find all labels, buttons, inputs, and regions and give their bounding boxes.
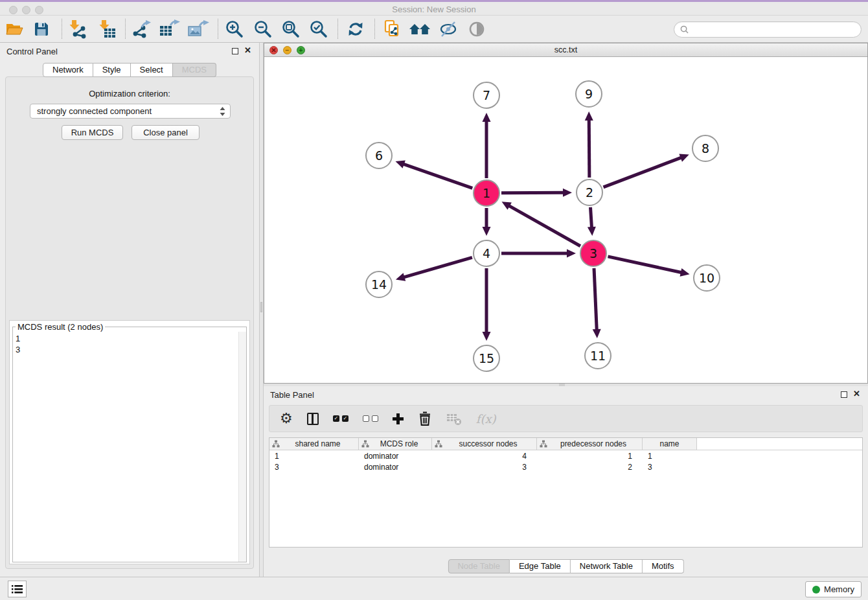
cell-successor-nodes[interactable]: 4 bbox=[432, 452, 537, 461]
save-session-icon[interactable] bbox=[30, 19, 52, 40]
vertical-splitter[interactable] bbox=[259, 43, 264, 577]
tab-node-table[interactable]: Node Table bbox=[448, 559, 510, 573]
control-panel: Control Panel ✕ NetworkStyleSelectMCDS O… bbox=[0, 43, 259, 577]
graph-node-10[interactable]: 10 bbox=[693, 264, 720, 292]
tab-network-table[interactable]: Network Table bbox=[571, 559, 643, 573]
table-row[interactable]: 1dominator411 bbox=[269, 450, 862, 461]
tab-select[interactable]: Select bbox=[131, 63, 173, 77]
export-image-icon[interactable] bbox=[187, 19, 209, 40]
import-network-icon[interactable] bbox=[66, 19, 88, 40]
graph-node-7[interactable]: 7 bbox=[473, 82, 500, 109]
deselect-all-icon[interactable] bbox=[363, 409, 378, 428]
column-header-MCDS-role[interactable]: MCDS role bbox=[359, 438, 432, 450]
cell-successor-nodes[interactable]: 3 bbox=[432, 463, 537, 472]
tab-motifs[interactable]: Motifs bbox=[643, 559, 684, 573]
graph-edge-4-14[interactable] bbox=[403, 257, 472, 277]
mcds-result-list[interactable]: 13 bbox=[16, 333, 246, 355]
add-icon[interactable] bbox=[393, 409, 404, 428]
select-all-icon[interactable]: ✓✓ bbox=[333, 409, 348, 428]
cell-shared-name[interactable]: 3 bbox=[269, 463, 359, 472]
tab-style[interactable]: Style bbox=[93, 63, 131, 77]
graph-node-11[interactable]: 11 bbox=[584, 342, 611, 369]
column-header-successor-nodes[interactable]: successor nodes bbox=[432, 438, 537, 450]
homes-icon[interactable] bbox=[409, 19, 431, 40]
columns-icon[interactable] bbox=[307, 409, 319, 428]
graph-edge-2-3[interactable] bbox=[590, 207, 591, 228]
export-network-icon[interactable] bbox=[130, 19, 152, 40]
network-window-titlebar[interactable]: ✕ − + scc.txt bbox=[264, 43, 867, 57]
refresh-icon[interactable] bbox=[345, 19, 367, 40]
optimization-select[interactable]: strongly connected component bbox=[30, 104, 231, 119]
cell-shared-name[interactable]: 1 bbox=[269, 452, 359, 461]
splitter-grabber[interactable] bbox=[260, 302, 262, 312]
graph-edge-3-1[interactable] bbox=[508, 205, 580, 246]
network-canvas[interactable]: 7968124314101511 bbox=[264, 57, 867, 383]
network-title: scc.txt bbox=[264, 45, 867, 54]
result-scrollbar[interactable] bbox=[238, 332, 246, 562]
network-edges[interactable] bbox=[264, 57, 867, 383]
graph-edge-3-11[interactable] bbox=[594, 268, 597, 330]
column-header-name[interactable]: name bbox=[643, 438, 697, 450]
copy-network-icon[interactable] bbox=[381, 19, 403, 40]
mcds-panel: Optimization criterion: strongly connect… bbox=[5, 76, 254, 569]
graph-node-9[interactable]: 9 bbox=[575, 80, 602, 108]
zoom-in-icon[interactable] bbox=[223, 19, 246, 40]
node-table[interactable]: shared name MCDS role successor nodes pr… bbox=[269, 437, 863, 548]
graph-edge-1-2[interactable] bbox=[501, 192, 564, 193]
cell-predecessor-nodes[interactable]: 1 bbox=[537, 452, 643, 461]
tab-edge-table[interactable]: Edge Table bbox=[510, 559, 571, 573]
gear-icon[interactable]: ⚙ bbox=[280, 409, 293, 428]
task-history-button[interactable] bbox=[8, 581, 27, 597]
eye-icon[interactable] bbox=[466, 19, 488, 40]
graph-edge-2-8[interactable] bbox=[604, 157, 682, 187]
close-table-panel-icon[interactable]: ✕ bbox=[853, 389, 860, 399]
search-input[interactable] bbox=[692, 25, 855, 35]
close-panel-icon[interactable]: ✕ bbox=[244, 45, 251, 56]
list-icon bbox=[12, 584, 23, 594]
zoom-selected-icon[interactable] bbox=[308, 19, 330, 40]
cell-MCDS-role[interactable]: dominator bbox=[359, 452, 432, 461]
graph-node-2[interactable]: 2 bbox=[576, 179, 603, 206]
column-header-predecessor-nodes[interactable]: predecessor nodes bbox=[537, 438, 643, 450]
graph-node-14[interactable]: 14 bbox=[365, 271, 393, 298]
table-panel-title: Table Panel bbox=[270, 390, 314, 400]
column-header-shared-name[interactable]: shared name bbox=[269, 438, 359, 450]
main-toolbar bbox=[0, 16, 868, 43]
delete-table-icon bbox=[446, 409, 462, 428]
search-box[interactable] bbox=[674, 21, 862, 38]
tree-icon bbox=[272, 440, 280, 448]
open-file-icon[interactable] bbox=[3, 19, 25, 40]
zoom-fit-icon[interactable] bbox=[280, 19, 302, 40]
close-panel-button[interactable]: Close panel bbox=[131, 125, 200, 140]
cell-predecessor-nodes[interactable]: 2 bbox=[537, 463, 643, 472]
float-table-panel-icon[interactable] bbox=[841, 391, 847, 398]
memory-button[interactable]: Memory bbox=[805, 581, 862, 597]
graph-node-15[interactable]: 15 bbox=[473, 345, 500, 372]
tab-mcds[interactable]: MCDS bbox=[173, 63, 216, 77]
graph-node-4[interactable]: 4 bbox=[473, 240, 500, 267]
export-table-icon[interactable] bbox=[159, 19, 181, 40]
zoom-out-icon[interactable] bbox=[252, 19, 274, 40]
table-row[interactable]: 3dominator323 bbox=[269, 461, 862, 472]
search-icon bbox=[680, 25, 689, 34]
toolbar-separator bbox=[337, 19, 338, 39]
edge-arrowhead bbox=[679, 154, 689, 161]
toolbar-separator bbox=[125, 19, 126, 39]
import-table-icon[interactable] bbox=[96, 19, 118, 40]
graph-edge-2-9[interactable] bbox=[589, 119, 589, 178]
graph-node-6[interactable]: 6 bbox=[365, 142, 393, 169]
toolbar-separator bbox=[374, 19, 375, 39]
cell-name[interactable]: 3 bbox=[643, 463, 697, 472]
float-panel-icon[interactable] bbox=[232, 48, 238, 54]
delete-icon[interactable] bbox=[418, 409, 432, 428]
graph-edge-1-6[interactable] bbox=[403, 164, 472, 189]
hide-graphics-icon[interactable] bbox=[437, 19, 459, 40]
tab-network[interactable]: Network bbox=[43, 63, 93, 77]
graph-node-1[interactable]: 1 bbox=[473, 179, 500, 207]
cell-MCDS-role[interactable]: dominator bbox=[359, 463, 432, 472]
cell-name[interactable]: 1 bbox=[643, 452, 697, 461]
graph-node-3[interactable]: 3 bbox=[580, 240, 607, 267]
graph-node-8[interactable]: 8 bbox=[692, 135, 719, 162]
graph-edge-3-10[interactable] bbox=[608, 257, 681, 273]
run-mcds-button[interactable]: Run MCDS bbox=[62, 125, 123, 140]
